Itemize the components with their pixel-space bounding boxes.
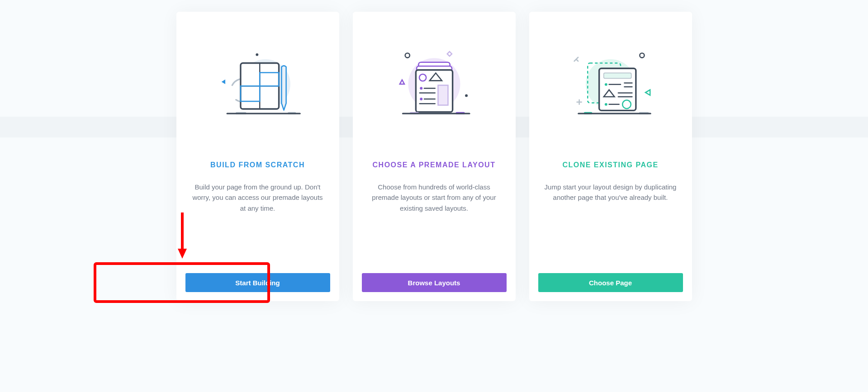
svg-rect-16 xyxy=(438,85,448,105)
svg-point-17 xyxy=(420,87,422,90)
card-title: CHOOSE A PREMADE LAYOUT xyxy=(373,161,496,169)
svg-point-27 xyxy=(640,53,644,57)
button-label: Start Building xyxy=(235,279,280,287)
card-description: Jump start your layout design by duplica… xyxy=(544,182,678,203)
start-building-button[interactable]: Start Building xyxy=(185,273,330,292)
card-build-from-scratch[interactable]: BUILD FROM SCRATCH Build your page from … xyxy=(176,12,339,301)
svg-point-12 xyxy=(405,53,409,57)
card-description: Build your page from the ground up. Don'… xyxy=(191,182,325,213)
browse-layouts-button[interactable]: Browse Layouts xyxy=(362,273,507,292)
choose-page-button[interactable]: Choose Page xyxy=(538,273,683,292)
svg-rect-32 xyxy=(603,73,631,78)
card-premade-layout[interactable]: CHOOSE A PREMADE LAYOUT Choose from hund… xyxy=(353,12,516,301)
grid-pencil-icon xyxy=(208,41,308,127)
card-title: CLONE EXISTING PAGE xyxy=(562,161,658,169)
button-label: Choose Page xyxy=(589,279,632,287)
button-label: Browse Layouts xyxy=(408,279,460,287)
cards-row: BUILD FROM SCRATCH Build your page from … xyxy=(0,0,868,301)
card-clone-page[interactable]: CLONE EXISTING PAGE Jump start your layo… xyxy=(529,12,692,301)
layout-stack-icon xyxy=(384,41,484,127)
svg-point-20 xyxy=(420,98,422,100)
clone-page-icon xyxy=(561,41,660,127)
svg-point-13 xyxy=(465,94,468,97)
svg-point-39 xyxy=(604,103,607,106)
card-title: BUILD FROM SCRATCH xyxy=(210,161,305,169)
svg-point-2 xyxy=(256,53,258,56)
illustration-scratch xyxy=(208,43,308,125)
illustration-clone xyxy=(561,43,660,125)
svg-point-33 xyxy=(604,83,607,86)
illustration-premade xyxy=(384,43,484,125)
card-description: Choose from hundreds of world-class prem… xyxy=(367,182,501,213)
